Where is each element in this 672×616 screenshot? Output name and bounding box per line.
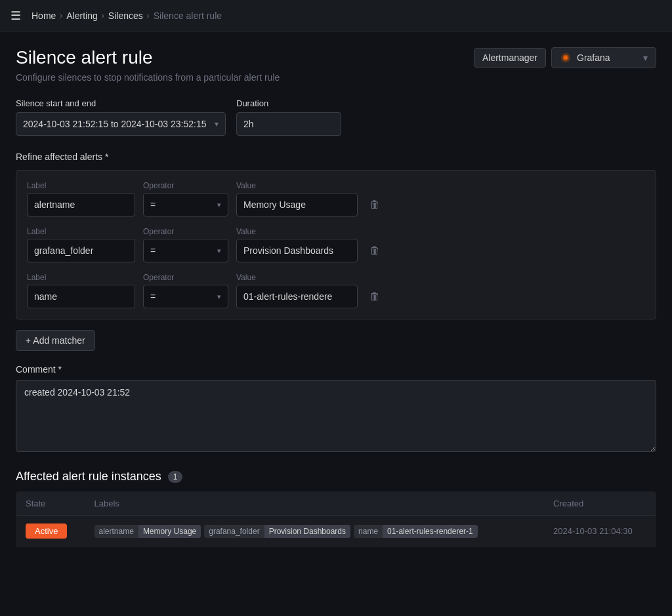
matcher-1-value-header: Value — [236, 181, 358, 190]
matcher-2-value-field: Value — [236, 227, 358, 262]
page-title: Silence alert rule — [16, 47, 280, 68]
matcher-1-operator-select[interactable]: = ▾ — [143, 193, 228, 216]
matcher-3-delete-button[interactable]: 🗑 — [366, 285, 384, 308]
silence-start-end-value: 2024-10-03 21:52:15 to 2024-10-03 23:52:… — [23, 119, 215, 129]
matcher-3-operator-header: Operator — [143, 273, 228, 282]
col-labels: Labels — [85, 492, 545, 516]
matcher-2-value-header: Value — [236, 227, 358, 236]
row-state-cell: Active — [16, 516, 85, 547]
matcher-2-operator-select[interactable]: = ▾ — [143, 239, 228, 262]
refine-alerts-label: Refine affected alerts * — [16, 152, 656, 162]
main-content: Silence alert rule Configure silences to… — [0, 31, 672, 563]
timing-chevron-down-icon: ▾ — [215, 119, 219, 129]
trash-icon: 🗑 — [369, 291, 380, 302]
matcher-3-operator-field: Operator = ▾ — [143, 273, 228, 308]
matcher-3-operator-select[interactable]: = ▾ — [143, 285, 228, 308]
state-active-badge: Active — [26, 524, 67, 539]
matcher-2-label-input[interactable] — [27, 239, 135, 262]
label-chip-name-key: name — [354, 525, 383, 538]
matcher-1-delete-button[interactable]: 🗑 — [366, 193, 384, 216]
alertmanager-label: Alertmanager — [474, 48, 546, 68]
instances-count-badge: 1 — [168, 471, 183, 483]
matcher-2-operator-header: Operator — [143, 227, 228, 236]
matcher-2-label-header: Label — [27, 227, 135, 236]
matcher-3-operator-value: = — [150, 291, 217, 302]
matcher-1-label-input[interactable] — [27, 193, 135, 216]
label-chip-alertname-value: Memory Usage — [138, 525, 201, 538]
matcher-1-value-field: Value — [236, 181, 358, 216]
matcher-1-operator-value: = — [150, 199, 217, 210]
label-chip-alertname: alertname Memory Usage — [94, 525, 201, 538]
hamburger-menu-icon[interactable]: ☰ — [10, 9, 21, 23]
label-chip-grafana-folder-value: Provision Dashboards — [264, 525, 350, 538]
matcher-2-delete-button[interactable]: 🗑 — [366, 239, 384, 262]
label-chip-alertname-key: alertname — [94, 525, 138, 538]
breadcrumb: Home › Alerting › Silences › Silence ale… — [32, 10, 222, 21]
table-row: Active alertname Memory Usage grafana_fo… — [16, 516, 656, 547]
matcher-1-label-field: Label — [27, 181, 135, 216]
matcher-3-value-field: Value — [236, 273, 358, 308]
instances-section: Affected alert rule instances 1 State La… — [16, 470, 656, 547]
matcher-1-operator-header: Operator — [143, 181, 228, 190]
breadcrumb-sep-3: › — [147, 11, 150, 20]
page-subtitle: Configure silences to stop notifications… — [16, 72, 280, 83]
add-matcher-button[interactable]: + Add matcher — [16, 330, 95, 351]
matcher-3-label-input[interactable] — [27, 285, 135, 308]
matcher-3-operator-chevron-icon: ▾ — [217, 293, 221, 301]
row-created-cell: 2024-10-03 21:04:30 — [544, 516, 656, 547]
alertmanager-selected: Grafana — [577, 52, 610, 63]
matcher-2-operator-value: = — [150, 245, 217, 256]
grafana-logo-icon — [560, 52, 572, 64]
comment-textarea[interactable] — [16, 380, 656, 452]
duration-input[interactable] — [236, 112, 341, 136]
topnav: ☰ Home › Alerting › Silences › Silence a… — [0, 0, 672, 31]
instances-title: Affected alert rule instances — [16, 470, 161, 483]
instances-table-body: Active alertname Memory Usage grafana_fo… — [16, 516, 656, 547]
breadcrumb-silences[interactable]: Silences — [108, 10, 143, 21]
breadcrumb-sep-1: › — [60, 11, 62, 20]
chevron-down-icon: ▾ — [643, 52, 648, 63]
matcher-3-value-header: Value — [236, 273, 358, 282]
page-title-block: Silence alert rule Configure silences to… — [16, 47, 280, 83]
duration-field: Duration — [236, 98, 341, 136]
label-chip-name-value: 01-alert-rules-renderer-1 — [383, 525, 478, 538]
instances-header: Affected alert rule instances 1 — [16, 470, 656, 483]
alertmanager-dropdown[interactable]: Grafana ▾ — [551, 47, 656, 68]
breadcrumb-alerting[interactable]: Alerting — [66, 10, 97, 21]
label-chip-grafana-folder: grafana_folder Provision Dashboards — [204, 525, 350, 538]
breadcrumb-home[interactable]: Home — [32, 10, 56, 21]
page-header: Silence alert rule Configure silences to… — [16, 47, 656, 83]
matcher-3-label-header: Label — [27, 273, 135, 282]
row-labels-cell: alertname Memory Usage grafana_folder Pr… — [85, 516, 545, 547]
matcher-row-1: Label Operator = ▾ Value 🗑 — [27, 181, 645, 216]
matcher-row-3: Label Operator = ▾ Value 🗑 — [27, 273, 645, 308]
matcher-1-value-input[interactable] — [236, 193, 358, 216]
matcher-1-label-header: Label — [27, 181, 135, 190]
silence-timing-section: Silence start and end 2024-10-03 21:52:1… — [16, 98, 656, 136]
silence-start-end-field: Silence start and end 2024-10-03 21:52:1… — [16, 98, 226, 136]
silence-start-end-label: Silence start and end — [16, 98, 226, 108]
label-chip-name: name 01-alert-rules-renderer-1 — [354, 525, 478, 538]
col-state: State — [16, 492, 85, 516]
col-created: Created — [544, 492, 656, 516]
comment-label: Comment * — [16, 364, 656, 375]
instances-table: State Labels Created Active alertname Me… — [16, 491, 656, 547]
breadcrumb-current: Silence alert rule — [154, 10, 222, 21]
labels-container: alertname Memory Usage grafana_folder Pr… — [94, 525, 536, 538]
instances-table-head: State Labels Created — [16, 492, 656, 516]
svg-point-2 — [564, 56, 568, 60]
matcher-row-2: Label Operator = ▾ Value 🗑 — [27, 227, 645, 262]
matcher-2-operator-chevron-icon: ▾ — [217, 247, 221, 255]
matcher-3-value-input[interactable] — [236, 285, 358, 308]
comment-section: Comment * — [16, 364, 656, 454]
alertmanager-selector: Alertmanager Grafana ▾ — [474, 47, 656, 68]
duration-label: Duration — [236, 98, 341, 108]
matcher-2-value-input[interactable] — [236, 239, 358, 262]
label-chip-grafana-folder-key: grafana_folder — [204, 525, 264, 538]
matcher-3-label-field: Label — [27, 273, 135, 308]
refine-alerts-section: Refine affected alerts * Label Operator … — [16, 152, 656, 351]
silence-start-end-input[interactable]: 2024-10-03 21:52:15 to 2024-10-03 23:52:… — [16, 112, 226, 136]
trash-icon: 🗑 — [369, 245, 380, 257]
matcher-2-operator-field: Operator = ▾ — [143, 227, 228, 262]
matchers-container: Label Operator = ▾ Value 🗑 — [16, 170, 656, 319]
